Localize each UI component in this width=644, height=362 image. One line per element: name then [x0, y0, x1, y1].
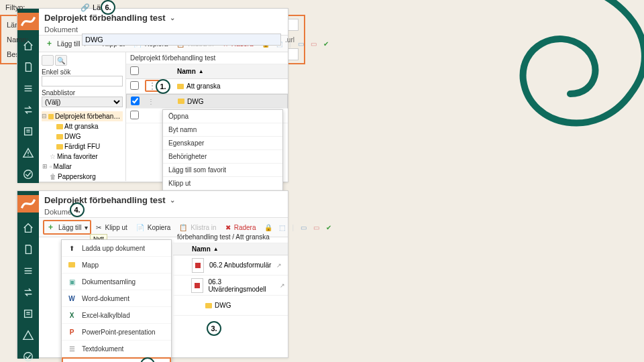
document-icon[interactable]	[22, 243, 34, 255]
mi-excel[interactable]: XExcel-kalkylblad	[62, 307, 171, 324]
mi-powerpoint[interactable]: PPowerPoint-presentation	[62, 324, 171, 341]
mi-upload[interactable]: ⬆Ladda upp dokument	[62, 240, 171, 257]
add-button[interactable]: +Lägg till ▾	[43, 220, 91, 235]
approve-icon[interactable]: ✔	[321, 40, 331, 48]
left-column: 🔍 Enkel sök Snabblistor (Välj) ⊟Delproje…	[39, 52, 126, 181]
file-grid-2: förbehandling test / Att granska Namn▲ 0…	[173, 231, 288, 343]
row-menu-button[interactable]: ⋮	[148, 98, 154, 105]
tree-trash[interactable]: 🗑Papperskorg	[42, 172, 123, 182]
folder-tree: ⊟Delprojekt förbehandling test Att grans…	[42, 111, 123, 182]
ctx-open[interactable]: Öppna	[163, 110, 282, 123]
tree-node[interactable]: DWG	[42, 131, 123, 141]
tool-icon[interactable]: ⬚	[277, 223, 287, 232]
excel-icon: X	[67, 310, 76, 320]
chevron-down-icon[interactable]: ⌄	[170, 196, 175, 204]
external-icon[interactable]: ↗	[274, 260, 284, 271]
link-icon: 🔗	[80, 3, 90, 11]
mi-folder[interactable]: Mapp	[62, 257, 171, 274]
ctx-rename[interactable]: Byt namn	[163, 123, 282, 137]
svg-point-1	[24, 170, 33, 179]
svg-point-3	[24, 353, 33, 361]
transfer-icon[interactable]	[22, 286, 34, 298]
search-button[interactable]: 🔍	[55, 55, 67, 66]
svg-rect-0	[25, 128, 32, 135]
filetype-label: Filtyp:	[0, 3, 80, 11]
folder-icon	[177, 84, 184, 89]
ctx-properties[interactable]: Egenskaper	[163, 137, 282, 150]
grid-header: Namn▲	[126, 64, 288, 79]
tree-node[interactable]: Färdigt FFU	[42, 141, 123, 152]
file-name: 06.2 Anbudsformulär	[207, 259, 274, 271]
select-all-checkbox[interactable]	[130, 66, 139, 75]
external-icon[interactable]: ↗	[277, 280, 288, 291]
text-icon: ☰	[67, 344, 76, 353]
word-icon: W	[67, 294, 76, 303]
name-suffix: .url	[285, 36, 294, 44]
powerpoint-icon: P	[67, 327, 76, 337]
file-row[interactable]: DWG	[173, 296, 288, 316]
name-input[interactable]	[82, 34, 281, 46]
note-icon[interactable]	[22, 125, 34, 137]
file-name: 06.3 Utvärderingsmodell	[206, 276, 277, 295]
folder-button[interactable]	[42, 55, 54, 66]
callout-4: 4.	[70, 202, 85, 217]
pdf-icon	[192, 258, 204, 273]
tree-node[interactable]: Att granska	[42, 121, 123, 131]
check-circle-icon[interactable]	[22, 351, 34, 362]
list-icon[interactable]	[22, 265, 34, 277]
note-icon[interactable]	[22, 308, 34, 320]
quicklist-select[interactable]: (Välj)	[42, 97, 123, 107]
row-checkbox[interactable]	[130, 111, 139, 119]
page-title: Delprojekt förbehandling test⌄	[17, 191, 288, 206]
decorative-swirl	[490, 0, 644, 154]
tree-templates[interactable]: ⊞▫Mallar	[42, 162, 123, 172]
mi-text[interactable]: ☰Textdokument	[62, 341, 171, 357]
file-row[interactable]: 06.3 Utvärderingsmodell ↗	[173, 276, 288, 296]
transfer-icon[interactable]	[22, 104, 34, 116]
name-label: Namn:	[1, 36, 82, 44]
approve-icon[interactable]: ✔	[324, 223, 333, 232]
list-icon[interactable]	[22, 82, 34, 95]
callout-1: 1.	[156, 79, 170, 94]
cut-button[interactable]: ✂ Klipp ut	[94, 223, 131, 233]
tree-root[interactable]: ⊟Delprojekt förbehandling test	[42, 111, 123, 121]
breadcrumb: förbehandling test / Att granska	[173, 231, 288, 243]
tree-favorites[interactable]: ☆Mina favoriter	[42, 152, 123, 162]
add-menu: ⬆Ladda upp dokument Mapp ▣Dokumentsamlin…	[61, 239, 172, 362]
table-row[interactable]: ⋮ DWG	[126, 94, 288, 109]
search-label: Enkel sök	[42, 68, 123, 76]
check-circle-icon[interactable]	[22, 168, 34, 180]
chevron-down-icon[interactable]: ⌄	[170, 14, 175, 21]
quicklist-label: Snabblistor	[42, 89, 123, 97]
row-name: DWG	[187, 98, 203, 105]
app-logo[interactable]	[17, 13, 39, 30]
folder-icon	[178, 99, 184, 104]
panel-bottom: Delprojekt förbehandling test⌄ Dokument …	[17, 190, 288, 358]
ctx-permissions[interactable]: Behörigheter	[163, 150, 282, 164]
svg-rect-2	[25, 310, 32, 318]
copy-button[interactable]: 📄 Kopiera	[134, 223, 174, 233]
lock-icon[interactable]: 🔒	[262, 223, 274, 232]
mi-word[interactable]: WWord-dokument	[62, 290, 171, 307]
row-checkbox[interactable]	[131, 97, 140, 105]
filetype-row: Filtyp: 🔗Länk 6.	[0, 0, 305, 15]
tool-icon-3[interactable]: ▭	[311, 223, 321, 232]
warning-icon[interactable]	[22, 147, 34, 159]
table-row[interactable]: ⋮ Att granska 1.	[126, 79, 288, 94]
home-icon[interactable]	[22, 222, 34, 234]
mi-link[interactable]: 🔗Länk 5.	[62, 357, 171, 362]
tool-icon-3[interactable]: ▭	[309, 40, 319, 48]
file-row[interactable]: 06.2 Anbudsformulär ↗	[173, 255, 288, 276]
mi-collection[interactable]: ▣Dokumentsamling	[62, 274, 171, 290]
row-checkbox[interactable]	[130, 81, 139, 90]
ctx-cut[interactable]: Klipp ut	[163, 177, 282, 190]
callout-5: 5.	[140, 357, 155, 362]
ctx-favorite[interactable]: Lägg till som favorit	[163, 164, 282, 177]
warning-icon[interactable]	[22, 329, 34, 341]
upload-icon: ⬆	[67, 243, 76, 253]
tool-icon-2[interactable]: ▭	[299, 223, 309, 232]
document-icon[interactable]	[22, 61, 34, 73]
file-name: DWG	[215, 302, 231, 309]
pdf-icon	[191, 278, 203, 293]
search-input[interactable]	[42, 76, 123, 86]
